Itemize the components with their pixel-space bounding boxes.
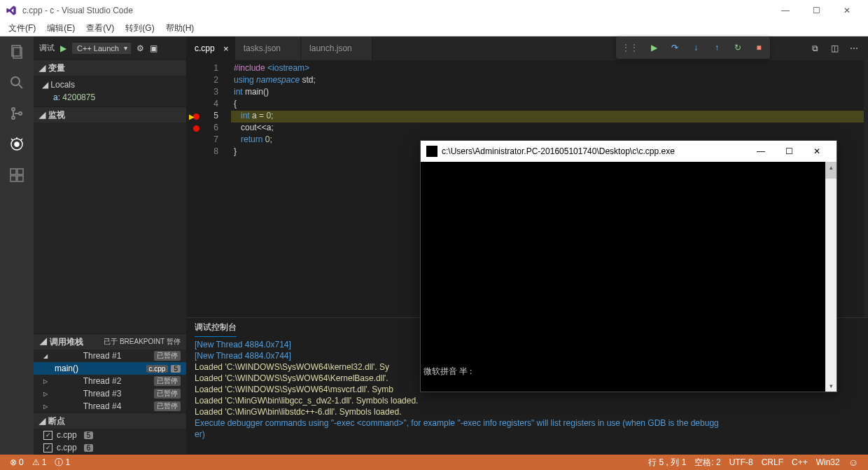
console-icon[interactable]: ▣ — [150, 43, 158, 53]
console-titlebar[interactable]: c:\Users\Administrator.PC-201605101740\D… — [421, 141, 836, 162]
menubar: 文件(F) 编辑(E) 查看(V) 转到(G) 帮助(H) — [0, 21, 868, 36]
ime-indicator: 微软拼音 半 : — [424, 366, 472, 378]
code-line[interactable]: { — [231, 99, 868, 111]
code-line[interactable]: #include <iostream> — [231, 63, 868, 75]
watch-header[interactable]: ◢监视 — [34, 107, 186, 123]
menu-file[interactable]: 文件(F) — [3, 22, 41, 34]
stack-frame-row[interactable]: main()c.cpp5 — [34, 362, 186, 375]
svg-point-8 — [15, 142, 19, 146]
extensions-icon[interactable] — [7, 165, 27, 185]
svg-point-4 — [12, 108, 15, 111]
console-minimize-button[interactable]: — — [747, 141, 775, 161]
statusbar: ⊗0 ⚠1 ⓘ1 行 5 , 列 1 空格: 2 UTF-8 CRLF C++ … — [0, 455, 868, 470]
continue-button[interactable]: ▶ — [648, 42, 659, 53]
tab-c-cpp[interactable]: c.cpp× — [186, 36, 235, 60]
svg-rect-12 — [10, 169, 16, 174]
tab-bar-actions: ⧉ ◫ ⋯ — [809, 36, 868, 60]
tab-tasks-json[interactable]: tasks.json — [235, 36, 301, 60]
debug-side-panel: 调试 ▶ C++ Launch ⚙ ▣ ◢变量 ◢ Locals a: 4200… — [34, 36, 186, 455]
maximize-button[interactable]: ☐ — [801, 0, 832, 21]
panel-tab-debug-console[interactable]: 调试控制台 — [195, 319, 237, 337]
callstack-header[interactable]: ◢ 调用堆栈 已于 BREAKPOINT 暂停 — [34, 334, 186, 350]
more-icon[interactable]: ⋯ — [848, 43, 860, 54]
thread-row[interactable]: Thread #1已暂停 — [34, 350, 186, 362]
vscode-logo-icon — [6, 5, 17, 16]
svg-line-10 — [11, 139, 13, 140]
thread-row[interactable]: Thread #2已暂停 — [34, 375, 186, 387]
status-eol[interactable]: CRLF — [757, 457, 788, 469]
svg-point-6 — [19, 112, 22, 115]
code-line[interactable]: cout<<a; — [231, 123, 868, 134]
execution-pointer-icon: ▶ — [189, 113, 195, 120]
console-window[interactable]: c:\Users\Administrator.PC-201605101740\D… — [420, 140, 837, 392]
code-line[interactable]: using namespace std; — [231, 75, 868, 87]
variables-section: ◢变量 ◢ Locals a: 4200875 — [34, 60, 186, 107]
svg-point-5 — [12, 116, 15, 119]
thread-row[interactable]: Thread #4已暂停 — [34, 400, 186, 413]
scroll-down-icon[interactable]: ▾ — [825, 380, 836, 392]
code-line[interactable]: int a = 0; — [231, 111, 868, 123]
console-title: c:\Users\Administrator.PC-201605101740\D… — [442, 146, 747, 156]
breakpoint-icon[interactable] — [193, 125, 200, 132]
variables-header[interactable]: ◢变量 — [34, 60, 186, 76]
watch-section: ◢监视 — [34, 107, 186, 334]
console-maximize-button[interactable]: ☐ — [775, 141, 803, 161]
window-title: c.cpp - c - Visual Studio Code — [22, 6, 770, 15]
explorer-icon[interactable] — [7, 42, 27, 62]
breakpoint-row[interactable]: ✓c.cpp6 — [34, 441, 186, 454]
step-over-button[interactable]: ↷ — [669, 42, 680, 53]
launch-config-select[interactable]: C++ Launch — [72, 43, 131, 54]
scroll-up-icon[interactable]: ▴ — [825, 162, 836, 173]
variable-row[interactable]: a: 4200875 — [53, 91, 186, 104]
window-controls: — ☐ ✕ — [770, 0, 862, 21]
console-body[interactable]: 微软拼音 半 : ▴ ▾ — [421, 162, 836, 392]
debug-toolbar[interactable]: ⋮⋮ ▶ ↷ ↓ ↑ ↻ ■ — [616, 36, 770, 59]
debug-label: 调试 — [39, 43, 55, 53]
breakpoint-row[interactable]: ✓c.cpp5 — [34, 429, 186, 441]
step-into-button[interactable]: ↓ — [690, 42, 701, 53]
status-encoding[interactable]: UTF-8 — [725, 457, 757, 469]
feedback-icon[interactable]: ☺ — [844, 457, 862, 469]
svg-line-11 — [21, 139, 22, 140]
status-indent[interactable]: 空格: 2 — [690, 457, 724, 469]
tab-bar: c.cpp× tasks.json launch.json ⋮⋮ ▶ ↷ ↓ ↑… — [186, 36, 868, 60]
status-info[interactable]: ⓘ1 — [50, 457, 74, 469]
tab-launch-json[interactable]: launch.json — [301, 36, 372, 60]
console-close-button[interactable]: ✕ — [803, 141, 831, 161]
breakpoints-section: ◢断点 ✓c.cpp5✓c.cpp6 — [34, 413, 186, 455]
checkbox-icon[interactable]: ✓ — [43, 431, 52, 440]
close-button[interactable]: ✕ — [832, 0, 862, 21]
debug-header: 调试 ▶ C++ Launch ⚙ ▣ — [34, 36, 186, 60]
status-errors[interactable]: ⊗0 — [6, 457, 28, 467]
compare-icon[interactable]: ⧉ — [809, 43, 820, 54]
restart-button[interactable]: ↻ — [732, 42, 743, 53]
gear-icon[interactable]: ⚙ — [136, 43, 144, 53]
search-icon[interactable] — [7, 73, 27, 92]
debug-icon[interactable] — [7, 134, 27, 154]
thread-row[interactable]: Thread #3已暂停 — [34, 387, 186, 400]
menu-help[interactable]: 帮助(H) — [160, 22, 200, 34]
titlebar: c.cpp - c - Visual Studio Code — ☐ ✕ — [0, 0, 868, 21]
menu-goto[interactable]: 转到(G) — [120, 22, 160, 34]
drag-handle-icon[interactable]: ⋮⋮ — [622, 43, 638, 53]
minimize-button[interactable]: — — [770, 0, 801, 21]
menu-edit[interactable]: 编辑(E) — [41, 22, 80, 34]
console-app-icon — [426, 146, 438, 157]
status-platform[interactable]: Win32 — [812, 457, 844, 469]
checkbox-icon[interactable]: ✓ — [43, 443, 52, 452]
split-icon[interactable]: ◫ — [829, 43, 840, 54]
status-language[interactable]: C++ — [788, 457, 812, 469]
scm-icon[interactable] — [7, 104, 27, 123]
step-out-button[interactable]: ↑ — [711, 42, 722, 53]
breakpoints-header[interactable]: ◢断点 — [34, 413, 186, 429]
locals-group[interactable]: ◢ Locals — [42, 78, 186, 91]
close-icon[interactable]: × — [223, 43, 229, 54]
console-scrollbar[interactable]: ▴ ▾ — [825, 162, 836, 392]
stop-button[interactable]: ■ — [753, 42, 764, 53]
status-cursor[interactable]: 行 5 , 列 1 — [644, 457, 690, 469]
minimap[interactable] — [864, 60, 868, 317]
start-debug-button[interactable]: ▶ — [60, 43, 66, 53]
menu-view[interactable]: 查看(V) — [80, 22, 120, 34]
status-warnings[interactable]: ⚠1 — [28, 457, 51, 467]
code-line[interactable]: int main() — [231, 87, 868, 99]
